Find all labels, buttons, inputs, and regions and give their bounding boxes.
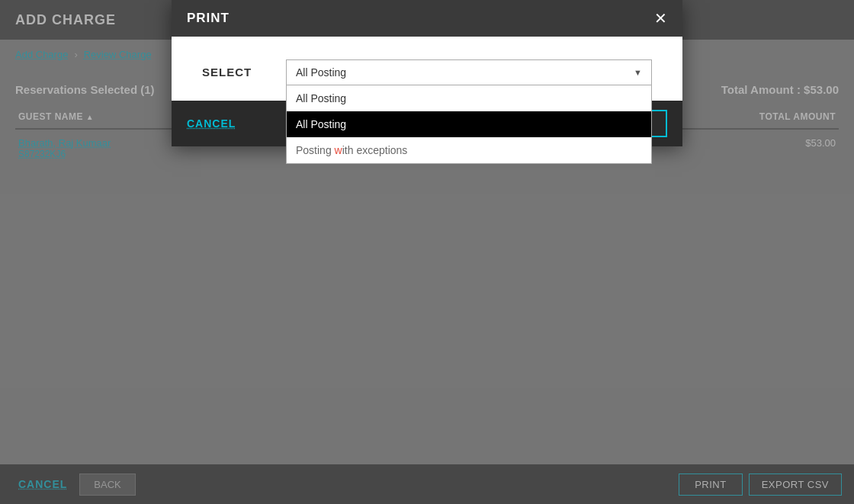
- modal-title: PRINT: [187, 11, 230, 26]
- modal-close-button[interactable]: ✕: [654, 11, 667, 26]
- print-modal: PRINT ✕ SELECT All Posting ▼ All Posting…: [172, 0, 682, 146]
- dropdown-container: All Posting ▼ All Posting All Posting Po…: [286, 59, 652, 85]
- dropdown-trigger[interactable]: All Posting ▼: [286, 59, 652, 85]
- dropdown-current-value: All Posting: [296, 66, 346, 79]
- modal-overlay: PRINT ✕ SELECT All Posting ▼ All Posting…: [0, 0, 854, 504]
- background-page: ADD CHARGE Add Charge › Review Charge Re…: [0, 0, 854, 504]
- modal-header: PRINT ✕: [172, 0, 682, 37]
- select-row: SELECT All Posting ▼ All Posting All Pos…: [202, 59, 652, 85]
- modal-body: SELECT All Posting ▼ All Posting All Pos…: [172, 37, 682, 101]
- highlight-text: w: [335, 144, 342, 156]
- select-label: SELECT: [202, 59, 263, 79]
- dropdown-item-all-posting-top[interactable]: All Posting: [287, 85, 651, 111]
- chevron-down-icon: ▼: [634, 68, 642, 77]
- dropdown-list: All Posting All Posting Posting with exc…: [286, 85, 652, 164]
- dropdown-item-posting-exceptions[interactable]: Posting with exceptions: [287, 137, 651, 163]
- dropdown-item-all-posting-selected[interactable]: All Posting: [287, 111, 651, 137]
- modal-cancel-button[interactable]: CANCEL: [187, 117, 236, 130]
